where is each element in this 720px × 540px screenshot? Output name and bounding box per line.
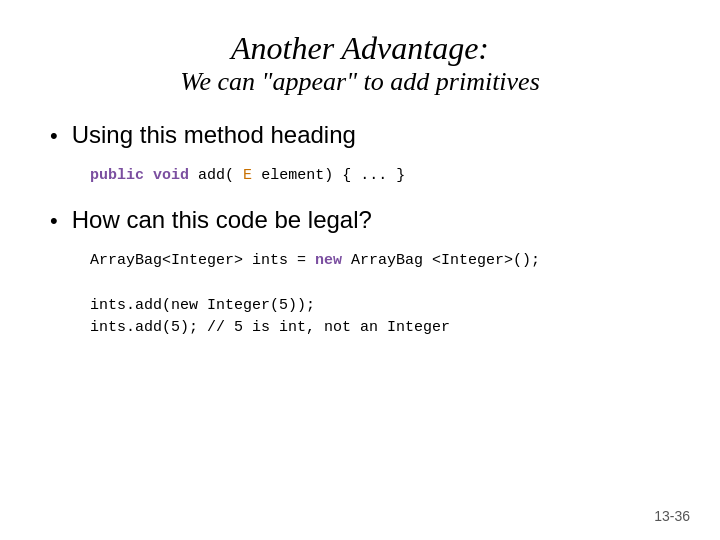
bullet-section: • Using this method heading public void …	[50, 121, 670, 340]
slide-title-main: Another Advantage:	[50, 30, 670, 67]
code-keyword-void: void	[153, 167, 189, 184]
code-line-1: ArrayBag<Integer> ints = new ArrayBag <I…	[90, 250, 670, 273]
title-block: Another Advantage: We can "appear" to ad…	[50, 30, 670, 97]
code-element: element) { ... }	[261, 167, 405, 184]
code-type-E: E	[243, 167, 252, 184]
code-block-1: public void add( E element) { ... }	[90, 165, 670, 188]
code-line-3: ints.add(5); // 5 is int, not an Integer	[90, 317, 670, 340]
code-arraybag-decl: ArrayBag<Integer> ints =	[90, 252, 315, 269]
code-add-integer: ints.add(new Integer(5));	[90, 297, 315, 314]
bullet-text-2: How can this code be legal?	[72, 206, 372, 234]
code-block-2: ArrayBag<Integer> ints = new ArrayBag <I…	[90, 250, 670, 340]
slide: Another Advantage: We can "appear" to ad…	[0, 0, 720, 540]
code-keyword-public: public	[90, 167, 144, 184]
bullet-dot-2: •	[50, 208, 58, 234]
code-line-2: ints.add(new Integer(5));	[90, 295, 670, 318]
bullet-item-1: • Using this method heading	[50, 121, 670, 149]
code-add: add(	[198, 167, 234, 184]
code-add-int: ints.add(5); // 5 is int, not an Integer	[90, 319, 450, 336]
code-arraybag-new: ArrayBag <Integer>();	[351, 252, 540, 269]
bullet-dot-1: •	[50, 123, 58, 149]
code-new-keyword: new	[315, 252, 342, 269]
slide-number: 13-36	[654, 508, 690, 524]
bullet-item-2: • How can this code be legal?	[50, 206, 670, 234]
slide-title-sub: We can "appear" to add primitives	[50, 67, 670, 97]
bullet-text-1: Using this method heading	[72, 121, 356, 149]
